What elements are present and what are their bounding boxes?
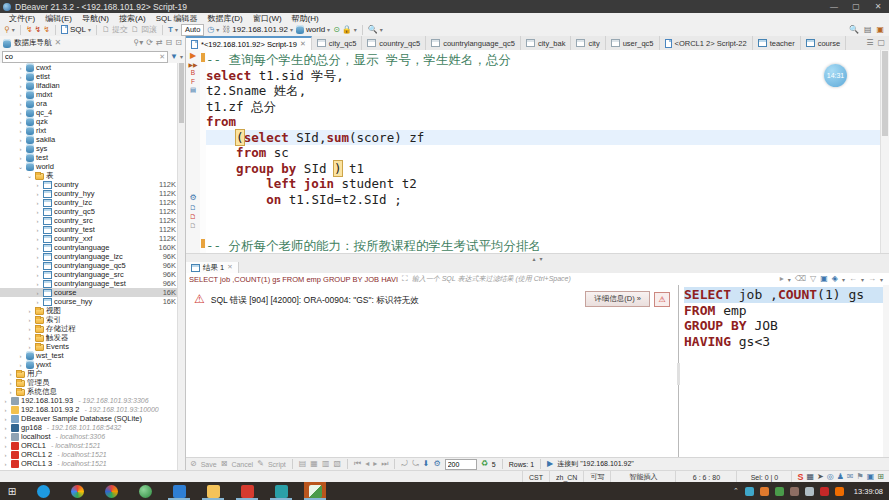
tree-expander-icon[interactable]: › [26, 317, 33, 323]
tree-expander-icon[interactable]: › [34, 272, 41, 278]
expand-filter-icon[interactable]: ⛶ [402, 275, 408, 283]
open-perspective-icon[interactable]: ▤ [864, 26, 872, 34]
tray-board-icon[interactable]: ▦ [806, 473, 814, 481]
close-button[interactable]: ✕ [867, 0, 889, 13]
tree-item[interactable]: › countrylanguage_qc5 96K [0, 261, 178, 270]
tree-item[interactable]: › DBeaver Sample Database (SQLite) [0, 414, 178, 423]
tree-item[interactable]: › qc_4 [0, 108, 178, 117]
filter-funnel-icon[interactable]: ▼ [170, 53, 178, 61]
tree-item[interactable]: › country_xxf 112K [0, 234, 178, 243]
tx-log-icon[interactable]: ↯ [43, 26, 50, 34]
apply-filter-icon[interactable]: ▸ [780, 275, 784, 283]
new-connection-icon[interactable]: ⚲ [4, 26, 10, 34]
tree-expander-icon[interactable]: › [17, 353, 24, 359]
editor-tab[interactable]: <ORCL1 2> Script-22 [660, 36, 753, 50]
tree-item[interactable]: ⌄ 表 [0, 171, 178, 180]
quick-search-icon[interactable]: 🔍 [849, 26, 859, 34]
nav-refresh-icon[interactable]: ⟳ [146, 39, 153, 47]
tree-expander-icon[interactable]: › [17, 110, 24, 116]
editor-tab-close-icon[interactable]: ✕ [300, 40, 306, 48]
search-icon[interactable]: 🔍 [368, 26, 378, 34]
next-row-icon[interactable]: ▸ [373, 460, 377, 468]
sql-console-panel[interactable]: SELECT job ,COUNT(1) gs FROM emp GROUP B… [678, 285, 889, 458]
lock-icon[interactable]: 🔒 [342, 26, 352, 34]
tree-expander-icon[interactable]: › [34, 200, 41, 206]
nav-maximize-icon[interactable]: ⊡ [175, 39, 182, 47]
tree-item[interactable]: › 192.168.101.93 - 192.168.101.93:3306 [0, 396, 178, 405]
templates-icon[interactable]: ▤ [190, 87, 196, 94]
tree-item[interactable]: › country_test 112K [0, 225, 178, 234]
tray-display-icon[interactable] [805, 487, 814, 496]
app-green-sphere-icon[interactable] [139, 485, 152, 498]
tree-expander-icon[interactable]: › [7, 380, 14, 386]
fetch-settings-gear-icon[interactable]: ⚙ [434, 460, 441, 468]
tree-expander-icon[interactable]: ⌄ [26, 172, 33, 179]
tree-expander-icon[interactable]: › [34, 254, 41, 260]
tree-expander-icon[interactable]: › [2, 398, 9, 404]
script-button[interactable]: Script [268, 461, 286, 468]
tray-fire-icon[interactable] [835, 487, 844, 496]
tray-user-icon[interactable]: ♟ [837, 473, 844, 481]
tree-expander-icon[interactable]: › [17, 146, 24, 152]
cancel-button[interactable]: Cancel [231, 461, 253, 468]
tree-item[interactable]: › localhost - localhost:3306 [0, 432, 178, 441]
text-view-icon[interactable]: ▦ [310, 460, 318, 468]
console-sash-handle[interactable] [677, 363, 680, 385]
tray-tool2-icon[interactable] [760, 487, 769, 496]
app-red-icon[interactable] [241, 485, 254, 498]
tree-expander-icon[interactable]: › [17, 101, 24, 107]
screenshot-tool-icon[interactable]: S [797, 472, 803, 482]
tree-item[interactable]: › etlst [0, 72, 178, 81]
refresh-icon[interactable]: ⊙ [333, 26, 340, 34]
tree-item[interactable]: › gp168 - 192.168.101.168:5432 [0, 423, 178, 432]
sql-button[interactable]: SQL [70, 25, 86, 34]
active-app-icon[interactable] [309, 485, 322, 498]
tree-item[interactable]: › country_hyy 112K [0, 189, 178, 198]
menu-item[interactable]: 文件(F) [4, 13, 40, 24]
tree-item[interactable]: › sys [0, 144, 178, 153]
tree-expander-icon[interactable]: › [2, 434, 9, 440]
app-home-icon[interactable] [275, 485, 288, 498]
tree-expander-icon[interactable]: › [17, 137, 24, 143]
tree-expander-icon[interactable]: ⌄ [17, 163, 24, 170]
tree-item[interactable]: ⌄ world [0, 162, 178, 171]
forward-icon[interactable]: → [868, 275, 876, 283]
auto-refresh-icon[interactable]: ♻ [481, 460, 488, 468]
tree-item[interactable]: › countrylanguage_src 96K [0, 270, 178, 279]
tree-item[interactable]: › 视图 [0, 306, 178, 315]
tree-expander-icon[interactable]: › [34, 290, 41, 296]
tree-expander-icon[interactable]: › [2, 461, 9, 467]
execute-statement-icon[interactable]: ▶ [190, 52, 196, 60]
rollback-button[interactable]: 回滚 [141, 24, 157, 35]
panel-view-icon[interactable]: ▧ [333, 460, 341, 468]
filter-dropdown[interactable]: ▾ [180, 53, 183, 60]
connection-combo[interactable]: 192.168.101.92 [232, 25, 288, 34]
nav-connect-icon[interactable]: ⚲▾ [133, 39, 143, 47]
tree-item[interactable]: › cwxt [0, 63, 178, 72]
panels-icon[interactable]: ◈ [832, 275, 838, 283]
commit-button[interactable]: 提交 [112, 24, 128, 35]
tree-expander-icon[interactable]: › [2, 443, 9, 449]
splitter-up-icon[interactable]: ▴ [532, 255, 535, 262]
tray-target-icon[interactable]: ◎ [827, 473, 834, 481]
erase-filter-icon[interactable]: ⌫ [795, 275, 806, 283]
tree-expander-icon[interactable]: › [26, 326, 33, 332]
tree-expander-icon[interactable]: › [34, 245, 41, 251]
back-dropdown[interactable]: ▾ [861, 276, 864, 283]
editor-settings-gear-icon[interactable]: ⚙ [189, 194, 196, 202]
tx-mode-combo[interactable]: Auto [181, 24, 204, 36]
filter-settings-icon[interactable]: ▽ [810, 275, 816, 283]
navigator-filter-input[interactable] [3, 53, 159, 61]
undo-icon[interactable]: ⤾ [401, 460, 408, 468]
new-script-icon[interactable]: 🗋 [190, 222, 197, 229]
tree-expander-icon[interactable]: › [17, 155, 24, 161]
tray-mail-icon[interactable]: ✉ [847, 473, 854, 481]
tree-expander-icon[interactable]: › [34, 209, 41, 215]
tray-ime-icon[interactable] [820, 487, 829, 496]
editor-tab[interactable]: country_qc5 [362, 36, 426, 50]
tree-expander-icon[interactable]: › [7, 389, 14, 395]
tree-item[interactable]: › qzk [0, 117, 178, 126]
tree-expander-icon[interactable]: › [17, 119, 24, 125]
new-sql-editor-icon[interactable] [61, 25, 68, 34]
tree-expander-icon[interactable]: › [17, 362, 24, 368]
